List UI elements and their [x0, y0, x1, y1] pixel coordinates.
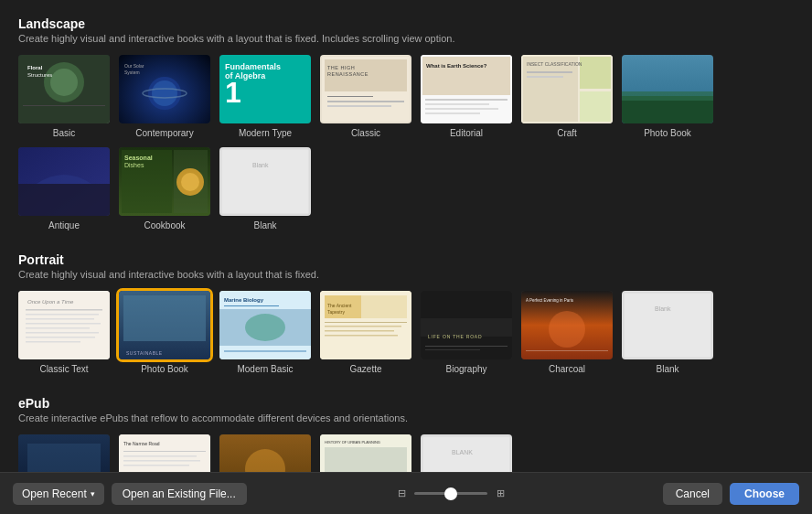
template-epub-3[interactable]	[219, 434, 311, 472]
svg-rect-53	[26, 314, 99, 316]
svg-text:Floral: Floral	[27, 65, 43, 70]
svg-text:Structures: Structures	[27, 72, 52, 78]
template-photo-book-l[interactable]: Photo Book	[622, 55, 713, 138]
svg-rect-95	[123, 460, 200, 462]
epub-title: ePub	[18, 396, 794, 411]
svg-rect-81	[425, 346, 508, 347]
svg-rect-52	[26, 309, 102, 311]
svg-text:Dishes: Dishes	[124, 162, 144, 168]
template-modern-type-thumb: Fundamentals of Algebra 1	[219, 55, 311, 123]
template-craft-thumb: INSECT CLASSIFICATION	[521, 55, 613, 123]
template-gazette-thumb: The Ancient Tapestry	[320, 291, 411, 359]
template-epub-5-thumb: BLANK	[421, 434, 512, 472]
template-basic[interactable]: Floral Structures Basic	[18, 55, 110, 138]
template-contemporary-thumb: Our Solar System	[119, 55, 210, 123]
template-editorial-label: Editorial	[450, 128, 483, 138]
svg-rect-26	[425, 103, 489, 105]
svg-text:Seasonal: Seasonal	[124, 155, 153, 161]
template-classic-text-label: Classic Text	[39, 364, 88, 374]
template-modern-type-label: Modern Type	[239, 128, 292, 138]
svg-rect-34	[527, 71, 572, 73]
template-epub-5[interactable]: BLANK Blank	[421, 434, 512, 472]
template-editorial-thumb: What is Earth Science?	[421, 55, 512, 123]
svg-text:Marine Biology: Marine Biology	[224, 297, 264, 303]
zoom-in-icon: ⊞	[493, 487, 508, 501]
template-editorial[interactable]: What is Earth Science? Editorial	[421, 55, 512, 138]
svg-text:What is Earth Science?: What is Earth Science?	[426, 63, 487, 69]
svg-rect-56	[26, 327, 90, 329]
svg-rect-82	[425, 349, 480, 350]
template-charcoal-label: Charcoal	[549, 364, 585, 374]
zoom-out-icon: ⊟	[394, 487, 409, 501]
svg-rect-40	[18, 184, 110, 216]
template-contemporary-label: Contemporary	[135, 128, 193, 138]
svg-rect-93	[123, 451, 206, 452]
epub-desc: Create interactive ePubs that reflow to …	[18, 412, 794, 423]
template-contemporary[interactable]: Our Solar System Contemporary	[119, 55, 210, 138]
template-classic[interactable]: THE HIGH RENAISSANCE Classic	[320, 55, 411, 138]
svg-text:BLANK: BLANK	[452, 449, 473, 455]
svg-text:A Perfect Evening in Paris: A Perfect Evening in Paris	[526, 298, 574, 303]
svg-point-67	[245, 314, 285, 341]
svg-rect-77	[325, 335, 398, 337]
template-craft[interactable]: INSECT CLASSIFICATION Craft	[521, 55, 613, 138]
template-modern-basic[interactable]: Marine Biology Modern Basic	[219, 291, 311, 374]
svg-text:The Ancient: The Ancient	[327, 303, 352, 308]
epub-grid: The Narrow Road The Narrow Road	[18, 434, 794, 472]
svg-text:Once Upon a Time: Once Upon a Time	[27, 299, 74, 305]
template-basic-thumb: Floral Structures	[18, 55, 110, 123]
template-blank-l-thumb: Blank	[219, 147, 311, 216]
svg-point-47	[181, 173, 199, 191]
svg-rect-55	[26, 323, 101, 325]
template-charcoal[interactable]: A Perfect Evening in Paris Charcoal	[521, 291, 613, 374]
template-antique-label: Antique	[48, 220, 80, 230]
portrait-title: Portrait	[18, 252, 794, 267]
cancel-button[interactable]: Cancel	[663, 483, 722, 505]
template-epub-4[interactable]: HISTORY OF URBAN PLANNING History of Urb…	[320, 434, 411, 472]
epub-section: ePub Create interactive ePubs that reflo…	[18, 396, 794, 472]
svg-text:The Narrow Road: The Narrow Road	[123, 441, 160, 446]
svg-rect-21	[327, 105, 391, 107]
open-existing-label: Open an Existing File...	[123, 487, 236, 500]
landscape-desc: Create highly visual and interactive boo…	[18, 33, 794, 44]
zoom-control: ⊟ ⊞	[394, 487, 508, 501]
svg-rect-61	[123, 295, 206, 341]
open-existing-button[interactable]: Open an Existing File...	[112, 483, 247, 505]
template-antique-thumb	[18, 147, 110, 216]
template-blank-l[interactable]: Blank Blank	[219, 147, 311, 230]
landscape-grid: Floral Structures Basic Our Solar System	[18, 55, 794, 230]
template-modern-basic-thumb: Marine Biology	[219, 291, 311, 359]
svg-rect-28	[425, 112, 480, 114]
template-photo-book-l-thumb	[622, 55, 713, 123]
zoom-slider[interactable]	[414, 492, 487, 495]
template-epub-1[interactable]	[18, 434, 110, 472]
svg-rect-94	[123, 455, 197, 457]
template-basic-label: Basic	[53, 128, 75, 138]
template-gazette[interactable]: The Ancient Tapestry Gazette	[320, 291, 411, 374]
template-blank-p-label: Blank	[656, 364, 678, 374]
svg-rect-35	[527, 76, 563, 78]
svg-point-85	[549, 311, 585, 348]
template-classic-text-thumb: Once Upon a Time	[18, 291, 110, 359]
svg-text:HISTORY OF URBAN PLANNING: HISTORY OF URBAN PLANNING	[325, 440, 380, 444]
template-biography[interactable]: LIFE ON THE ROAD Biography	[421, 291, 512, 374]
template-photo-book-p[interactable]: SUSTAINABLE Photo Book	[119, 291, 210, 374]
svg-rect-87	[624, 293, 711, 358]
svg-text:RENAISSANCE: RENAISSANCE	[327, 71, 369, 77]
choose-button[interactable]: Choose	[730, 483, 799, 505]
bottom-toolbar: Open Recent ▾ Open an Existing File... ⊟…	[0, 472, 812, 514]
template-cookbook[interactable]: Seasonal Dishes Cookbook	[119, 147, 210, 230]
svg-rect-90	[27, 444, 101, 472]
svg-rect-58	[26, 337, 95, 338]
template-epub-2[interactable]: The Narrow Road The Narrow Road	[119, 434, 210, 472]
svg-rect-19	[327, 96, 373, 97]
template-blank-p[interactable]: Blank Blank	[622, 291, 713, 374]
open-recent-chevron-icon: ▾	[91, 489, 95, 498]
template-classic-text[interactable]: Once Upon a Time Classic Text	[18, 291, 110, 374]
open-recent-button[interactable]: Open Recent ▾	[13, 483, 104, 505]
portrait-grid: Once Upon a Time Classic Text	[18, 291, 794, 374]
svg-rect-20	[327, 101, 404, 102]
template-antique[interactable]: Antique	[18, 147, 110, 230]
template-modern-type[interactable]: Fundamentals of Algebra 1 Modern Type	[219, 55, 311, 138]
svg-rect-86	[526, 350, 608, 351]
